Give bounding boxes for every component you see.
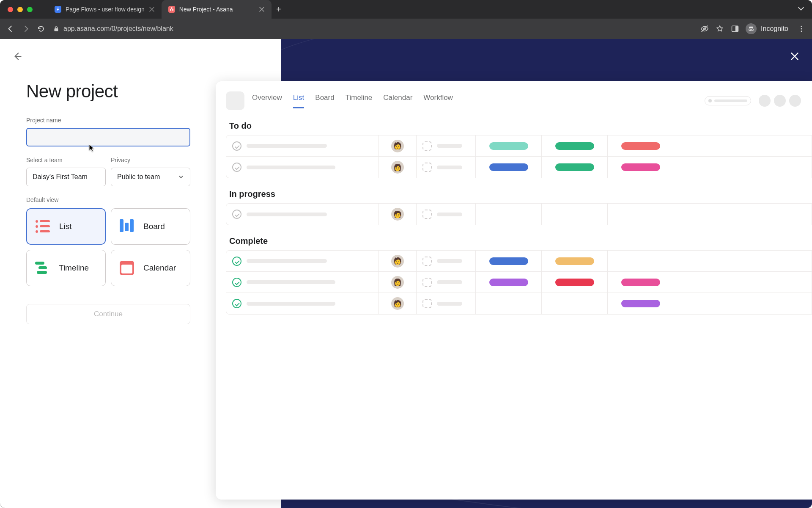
team-label: Select a team: [26, 157, 106, 163]
task-name-skeleton: [247, 302, 335, 306]
tab-board[interactable]: Board: [315, 94, 334, 108]
svg-point-0: [171, 7, 173, 9]
calendar-icon: [120, 261, 134, 275]
check-icon[interactable]: [232, 210, 241, 219]
task-table-inprogress: 🧑: [226, 203, 812, 225]
address-bar[interactable]: app.asana.com/0/projects/new/blank: [53, 25, 173, 33]
task-name-skeleton: [247, 213, 327, 216]
date-skeleton: [437, 166, 462, 169]
window-zoom-dot[interactable]: [27, 7, 33, 12]
close-icon[interactable]: [149, 6, 155, 12]
view-label: Board: [143, 222, 165, 231]
table-row[interactable]: 🧑: [226, 251, 812, 272]
privacy-value: Public to team: [117, 173, 160, 181]
window-titlebar: P Page Flows - user flow design New Proj…: [0, 0, 812, 19]
tag-pill: [555, 257, 594, 265]
close-icon[interactable]: [259, 6, 265, 12]
assignee-avatar: 🧑: [391, 140, 404, 152]
new-tab-button[interactable]: +: [272, 0, 286, 19]
incognito-label: Incognito: [761, 25, 788, 33]
incognito-icon: [746, 23, 757, 34]
continue-label: Continue: [94, 310, 123, 318]
url-text: app.asana.com/0/projects/new/blank: [63, 25, 173, 33]
side-panel-icon[interactable]: [730, 24, 740, 33]
privacy-select[interactable]: Public to team: [111, 168, 190, 186]
member-avatars: [759, 95, 801, 107]
browser-tab-asana[interactable]: New Project - Asana: [162, 0, 272, 19]
assignee-avatar: 🧑: [391, 208, 404, 221]
task-name-skeleton: [247, 144, 327, 148]
project-name-input[interactable]: [26, 128, 190, 146]
tab-title: New Project - Asana: [179, 6, 255, 13]
tab-title: Page Flows - user flow design: [66, 6, 145, 13]
svg-point-9: [801, 26, 802, 27]
section-heading-inprogress: In progress: [229, 189, 812, 199]
table-row[interactable]: 🧑: [226, 204, 812, 225]
date-skeleton: [437, 259, 462, 263]
svg-rect-3: [55, 28, 58, 31]
svg-point-8: [752, 29, 754, 31]
window-close-dot[interactable]: [8, 7, 13, 12]
tag-pill: [621, 142, 660, 150]
view-option-list[interactable]: List: [26, 208, 106, 245]
view-label: List: [59, 222, 72, 231]
assignee-avatar: 🧑: [391, 297, 404, 310]
tag-pill: [555, 142, 594, 150]
project-preview: Overview List Board Timeline Calendar Wo…: [216, 81, 812, 500]
back-button[interactable]: [6, 24, 15, 33]
date-skeleton: [437, 302, 462, 306]
close-button[interactable]: [789, 51, 800, 62]
new-project-form: New project Project name Select a team D…: [26, 81, 190, 324]
tracking-off-icon[interactable]: [700, 24, 709, 33]
bookmark-star-icon[interactable]: [715, 24, 724, 33]
section-heading-complete: Complete: [229, 236, 812, 246]
date-skeleton: [437, 213, 462, 216]
view-option-board[interactable]: Board: [111, 208, 190, 245]
task-name-skeleton: [247, 166, 335, 169]
continue-button[interactable]: Continue: [26, 304, 190, 324]
back-arrow-button[interactable]: [12, 51, 23, 62]
tabs-overflow-icon[interactable]: [798, 5, 804, 14]
check-icon[interactable]: [232, 299, 241, 308]
list-icon: [36, 219, 50, 234]
section-heading-todo: To do: [229, 121, 812, 131]
check-icon[interactable]: [232, 163, 241, 172]
team-select[interactable]: Daisy's First Team: [26, 168, 106, 186]
browser-tab-pageflows[interactable]: P Page Flows - user flow design: [48, 0, 162, 19]
tag-pill: [555, 279, 594, 286]
svg-point-11: [801, 30, 802, 32]
tab-workflow[interactable]: Workflow: [423, 94, 453, 108]
assignee-avatar: 👩: [391, 161, 404, 174]
privacy-label: Privacy: [111, 157, 190, 163]
task-name-skeleton: [247, 259, 327, 263]
calendar-icon: [422, 210, 432, 219]
table-row[interactable]: 🧑: [226, 293, 812, 314]
kebab-menu-icon[interactable]: [797, 24, 806, 33]
page-heading: New project: [26, 81, 190, 102]
calendar-icon: [422, 163, 432, 172]
check-icon[interactable]: [232, 141, 241, 151]
reload-button[interactable]: [36, 24, 46, 33]
task-table-todo: 🧑 👩: [226, 135, 812, 178]
forward-button[interactable]: [21, 24, 30, 33]
assignee-avatar: 👩: [391, 276, 404, 289]
table-row[interactable]: 👩: [226, 272, 812, 293]
window-minimize-dot[interactable]: [17, 7, 23, 12]
tab-overview[interactable]: Overview: [252, 94, 282, 108]
svg-point-2: [172, 9, 174, 11]
task-table-complete: 🧑 👩: [226, 250, 812, 315]
svg-rect-6: [735, 26, 738, 31]
check-icon[interactable]: [232, 257, 241, 266]
calendar-icon: [422, 278, 432, 287]
incognito-indicator[interactable]: Incognito: [746, 23, 788, 34]
task-name-skeleton: [247, 280, 335, 284]
table-row[interactable]: 👩: [226, 157, 812, 178]
tab-calendar[interactable]: Calendar: [383, 94, 412, 108]
tab-timeline[interactable]: Timeline: [346, 94, 373, 108]
check-icon[interactable]: [232, 278, 241, 287]
view-option-timeline[interactable]: Timeline: [26, 250, 106, 286]
view-option-calendar[interactable]: Calendar: [111, 250, 190, 286]
table-row[interactable]: 🧑: [226, 135, 812, 157]
tab-list[interactable]: List: [293, 94, 304, 108]
svg-point-10: [801, 28, 802, 30]
